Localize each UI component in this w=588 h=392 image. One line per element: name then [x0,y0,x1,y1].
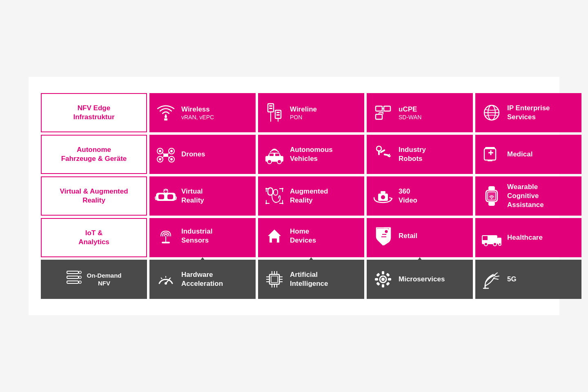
svg-rect-82 [67,271,78,274]
nfv-icon [66,270,82,289]
svg-point-71 [385,230,388,233]
svg-point-87 [79,281,81,283]
svg-rect-114 [388,278,391,281]
cell-5g[interactable]: 5G [475,260,581,299]
svg-rect-34 [270,154,274,156]
svg-point-27 [170,158,173,160]
cell-industrial-sensors[interactable]: IndustrialSensors [149,218,256,257]
healthcare-icon [481,229,502,246]
cell-retail[interactable]: Retail [367,218,473,257]
label-vr-ar: Virtual & AugmentedReality [41,176,147,216]
cell-home-devices[interactable]: HomeDevices [258,218,364,257]
arrow-up-retail [415,257,425,264]
svg-rect-84 [67,276,78,278]
svg-rect-69 [272,238,277,243]
svg-rect-10 [376,106,382,111]
cell-augmented-reality[interactable]: AugmentedReality [258,176,364,216]
wireless-icon [155,105,176,121]
svg-point-83 [79,271,81,274]
ar-icon [264,187,285,205]
cell-drones[interactable]: Drones [149,135,256,174]
cell-ai[interactable]: ArtificialIntelligence [258,260,364,299]
svg-rect-11 [384,106,390,111]
5g-icon [481,270,502,288]
microservices-icon [372,270,394,288]
svg-rect-115 [376,273,380,277]
arrow-up-home [306,257,316,264]
cell-microservices[interactable]: Microservices [367,260,473,299]
home-icon [264,227,285,245]
hardware-icon [155,270,176,288]
cell-industry-robots[interactable]: IndustryRobots [367,135,473,174]
svg-point-80 [493,243,497,246]
cell-medical[interactable]: Medical [475,135,581,174]
svg-point-79 [484,243,488,246]
svg-point-94 [165,282,167,285]
arrow-up-sensors [198,257,207,264]
svg-point-21 [159,150,161,152]
cell-ucpe[interactable]: uCPE SD-WAN [367,93,473,132]
svg-rect-113 [375,278,378,281]
svg-point-64 [491,198,492,199]
360-video-icon [372,188,394,204]
svg-rect-12 [376,114,382,119]
svg-point-81 [499,243,501,245]
car-icon [264,145,285,163]
svg-line-119 [494,273,497,275]
ucpe-icon [372,104,394,122]
retail-icon [372,226,394,246]
svg-rect-6 [276,112,280,113]
svg-rect-4 [269,108,272,109]
cell-ip-enterprise[interactable]: IP EnterpriseServices [475,93,581,132]
label-autonome: AutonomeFahrzeuge & Geräte [41,135,147,174]
svg-rect-116 [386,273,390,277]
svg-rect-39 [378,150,380,155]
svg-line-121 [494,278,498,279]
cell-wireline[interactable]: Wireline PON [258,93,364,132]
svg-point-0 [165,116,167,118]
svg-rect-65 [488,186,495,190]
svg-rect-96 [271,276,278,283]
svg-rect-68 [162,242,170,243]
svg-rect-53 [274,189,278,195]
cell-autonomous-vehicles[interactable]: AutonomousVehicles [258,135,364,174]
cell-360-video[interactable]: 360Video [367,176,473,216]
cell-hardware-accel[interactable]: HardwareAcceleration [149,260,256,299]
svg-rect-66 [488,202,495,206]
svg-point-36 [267,160,272,164]
svg-rect-86 [67,281,78,283]
label-nfv-edge: NFV EdgeInfrastruktur [41,93,147,132]
svg-rect-49 [167,194,173,199]
ai-icon [264,270,285,288]
svg-point-59 [381,195,385,199]
svg-rect-3 [269,105,272,107]
cell-healthcare[interactable]: Healthcare [475,218,581,257]
svg-line-91 [161,278,162,279]
cell-virtual-reality[interactable]: VR VirtualReality [149,176,256,216]
svg-rect-43 [485,147,495,149]
svg-rect-111 [382,271,384,274]
svg-line-120 [495,276,499,277]
svg-rect-48 [158,194,164,199]
svg-rect-112 [382,284,384,287]
svg-point-110 [381,278,385,281]
wireline-icon [264,103,285,122]
svg-point-25 [159,158,161,160]
cell-wireless[interactable]: Wireless vRAN, vEPC [149,93,256,132]
drones-icon [155,146,176,163]
svg-rect-118 [386,282,390,286]
medical-icon [481,145,502,163]
main-grid: NFV EdgeInfrastruktur Wireless vRAN, vEP… [41,93,547,299]
svg-rect-60 [381,191,385,194]
svg-rect-117 [376,282,380,286]
svg-rect-1 [164,118,167,120]
robot-icon [372,145,394,164]
svg-point-23 [170,150,173,152]
svg-rect-76 [483,236,488,240]
svg-point-37 [277,160,281,164]
cell-wearable[interactable]: WearableCognitiveAssistance [475,176,581,216]
wearable-icon [481,185,502,207]
vr-icon: VR [155,189,176,203]
svg-point-85 [79,276,81,278]
diagram-container: NFV EdgeInfrastruktur Wireless vRAN, vEP… [29,77,559,315]
